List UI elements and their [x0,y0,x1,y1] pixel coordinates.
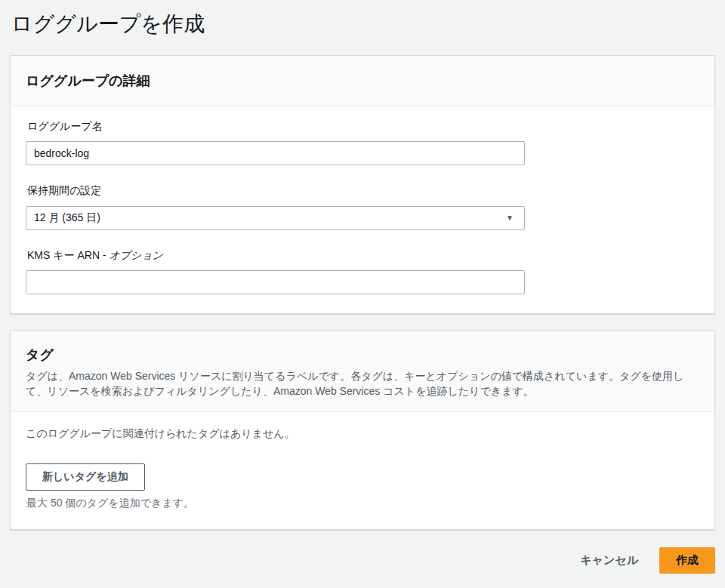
add-new-tag-button[interactable]: 新しいタグを追加 [26,463,145,491]
create-log-group-page: ロググループを作成 ロググループの詳細 ロググループ名 保持期間の設定 12 月… [0,0,725,574]
kms-key-arn-optional-text: オプション [109,249,163,261]
page-title: ロググループを作成 [11,11,715,37]
create-button[interactable]: 作成 [659,547,715,574]
log-group-name-field: ロググループ名 [26,120,525,166]
kms-key-arn-field: KMS キー ARN - オプション [26,249,525,295]
tags-card: タグ タグは、Amazon Web Services リソースに割り当てるラベル… [10,330,715,530]
retention-selected-value: 12 月 (365 日) [34,211,100,225]
tags-limit-hint: 最大 50 個のタグを追加できます。 [26,497,699,510]
tags-body: このロググループに関連付けられたタグはありません。 新しいタグを追加 最大 50… [11,412,714,529]
retention-select[interactable]: 12 月 (365 日) ▼ [26,206,525,230]
log-group-name-input[interactable] [26,141,525,165]
tags-header: タグ タグは、Amazon Web Services リソースに割り当てるラベル… [11,331,714,412]
chevron-down-icon: ▼ [506,214,514,222]
log-group-details-body: ロググループ名 保持期間の設定 12 月 (365 日) ▼ KMS キー AR… [11,106,714,314]
retention-field: 保持期間の設定 12 月 (365 日) ▼ [26,184,525,230]
log-group-details-card: ロググループの詳細 ロググループ名 保持期間の設定 12 月 (365 日) ▼… [10,55,715,315]
kms-key-arn-label-text: KMS キー ARN - [27,249,109,261]
tags-empty-message: このロググループに関連付けられたタグはありません。 [26,427,699,441]
kms-key-arn-label: KMS キー ARN - オプション [27,249,525,263]
log-group-details-header: ロググループの詳細 [11,56,714,106]
retention-label: 保持期間の設定 [27,184,525,198]
log-group-name-label: ロググループ名 [27,120,525,134]
tags-description: タグは、Amazon Web Services リソースに割り当てるラベルです。… [26,369,699,399]
form-actions: キャンセル 作成 [10,547,715,574]
kms-key-arn-input[interactable] [26,270,525,294]
cancel-button[interactable]: キャンセル [578,549,640,572]
tags-title: タグ [26,346,699,364]
log-group-details-title: ロググループの詳細 [26,72,699,90]
